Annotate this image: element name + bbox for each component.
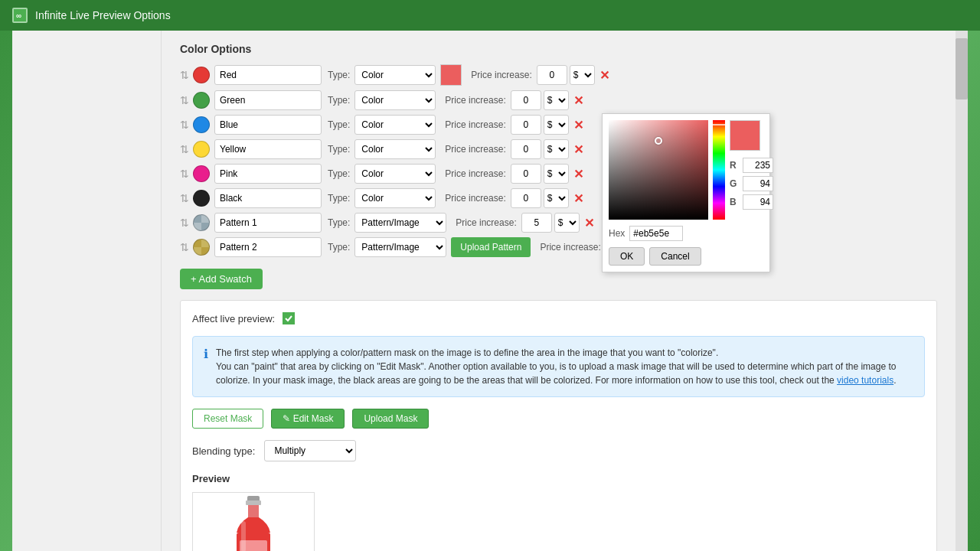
color-name-pattern1[interactable] — [214, 213, 322, 233]
delete-black[interactable]: ✕ — [573, 191, 583, 206]
content-area: Color Options ⇅ Type: Color Pattern/Imag… — [162, 31, 956, 551]
currency-select-blue[interactable]: $% — [544, 115, 569, 135]
drag-handle[interactable]: ⇅ — [180, 143, 189, 155]
color-name-green[interactable] — [214, 90, 322, 110]
delete-red[interactable]: ✕ — [599, 68, 609, 83]
hue-slider[interactable] — [713, 120, 725, 220]
picker-dot[interactable] — [655, 137, 662, 145]
color-name-pattern2[interactable] — [214, 237, 322, 257]
info-text-line1: The first step when applying a color/pat… — [216, 347, 718, 358]
color-name-blue[interactable] — [214, 115, 322, 135]
delete-green[interactable]: ✕ — [573, 93, 583, 108]
color-swatch-yellow[interactable] — [193, 141, 210, 158]
drag-handle[interactable]: ⇅ — [180, 69, 189, 81]
currency-select-red[interactable]: $ % — [570, 65, 595, 85]
color-swatch-blue[interactable] — [193, 116, 210, 133]
type-select-green[interactable]: Color Pattern/Image — [354, 90, 436, 110]
drag-handle[interactable]: ⇅ — [180, 192, 189, 204]
color-row-green: ⇅ Type: Color Pattern/Image Price increa… — [180, 90, 937, 110]
type-label: Type: — [328, 217, 350, 228]
price-input-pattern1[interactable] — [521, 213, 552, 233]
type-label: Type: — [328, 70, 350, 80]
price-input-red[interactable] — [537, 65, 567, 85]
blending-select[interactable]: Multiply Normal Screen Overlay — [264, 440, 356, 461]
color-swatch-pink[interactable] — [193, 165, 210, 182]
color-row-red: ⇅ Type: Color Pattern/Image Price increa… — [180, 64, 937, 86]
price-label-red: Price increase: — [471, 70, 531, 80]
color-preview-red[interactable] — [440, 64, 462, 86]
scrollbar[interactable] — [956, 31, 968, 551]
color-row-pattern2: ⇅ Type: ColorPattern/Image Upload Patter… — [180, 237, 937, 257]
price-input-green[interactable] — [511, 90, 541, 110]
preview-section: Preview — [192, 473, 925, 551]
r-label: R — [730, 160, 739, 171]
picker-ok-button[interactable]: OK — [609, 247, 645, 266]
price-input-blue[interactable] — [511, 115, 541, 135]
color-row-black: ⇅ Type: ColorPattern/Image Price increas… — [180, 188, 937, 208]
drag-handle[interactable]: ⇅ — [180, 168, 189, 180]
type-select-pattern2[interactable]: ColorPattern/Image — [354, 237, 446, 257]
drag-handle[interactable]: ⇅ — [180, 241, 189, 253]
color-swatch-pattern2[interactable] — [193, 239, 210, 256]
b-row: B — [730, 194, 773, 210]
color-swatch-pattern1[interactable] — [193, 214, 210, 231]
type-select-yellow[interactable]: ColorPattern/Image — [354, 139, 436, 159]
r-input[interactable] — [743, 158, 773, 173]
drag-handle[interactable]: ⇅ — [180, 217, 189, 229]
hex-input[interactable] — [629, 226, 683, 241]
price-input-yellow[interactable] — [511, 139, 541, 159]
info-text-line2: You can "paint" that area by clicking on… — [216, 361, 896, 386]
drag-handle[interactable]: ⇅ — [180, 94, 189, 106]
delete-yellow[interactable]: ✕ — [573, 142, 583, 157]
color-swatch-black[interactable] — [193, 190, 210, 207]
affect-preview-checkbox[interactable] — [283, 312, 295, 324]
picker-cancel-button[interactable]: Cancel — [649, 247, 701, 266]
delete-pattern1[interactable]: ✕ — [584, 216, 594, 230]
delete-pink[interactable]: ✕ — [573, 167, 583, 181]
reset-mask-button[interactable]: Reset Mask — [192, 409, 263, 429]
rgb-inputs: R G B — [730, 158, 773, 210]
color-picker-popup: R G B Hex — [602, 113, 770, 272]
type-select-red[interactable]: Color Pattern/Image — [354, 65, 436, 85]
svg-rect-7 — [241, 521, 246, 552]
b-input[interactable] — [743, 194, 773, 210]
color-name-pink[interactable] — [214, 164, 322, 184]
edit-mask-button[interactable]: ✎ Edit Mask — [271, 409, 345, 429]
add-swatch-button[interactable]: + Add Swatch — [180, 269, 263, 289]
currency-select-green[interactable]: $% — [544, 90, 569, 110]
type-label: Type: — [328, 144, 350, 155]
type-select-blue[interactable]: ColorPattern/Image — [354, 115, 436, 135]
app-logo: ∞ — [12, 8, 28, 23]
color-swatch-green[interactable] — [193, 92, 210, 109]
type-label: Type: — [328, 95, 350, 106]
price-label-pattern2: Price increase: — [540, 242, 600, 253]
color-row-yellow: ⇅ Type: ColorPattern/Image Price increas… — [180, 139, 937, 159]
type-select-pink[interactable]: ColorPattern/Image — [354, 164, 436, 184]
preview-image — [192, 492, 315, 551]
g-input[interactable] — [743, 176, 773, 191]
color-name-black[interactable] — [214, 188, 322, 208]
color-name-yellow[interactable] — [214, 139, 322, 159]
color-options-table: ⇅ Type: Color Pattern/Image Price increa… — [180, 64, 937, 257]
r-row: R — [730, 158, 773, 173]
color-name-red[interactable] — [214, 65, 322, 85]
currency-select-black[interactable]: $% — [544, 188, 569, 208]
currency-select-pattern1[interactable]: $% — [554, 213, 580, 233]
upload-pattern-btn[interactable]: Upload Pattern — [451, 237, 531, 257]
currency-select-pink[interactable]: $% — [544, 164, 569, 184]
upload-mask-button[interactable]: Upload Mask — [352, 409, 429, 429]
currency-select-yellow[interactable]: $% — [544, 139, 569, 159]
affect-label: Affect live preview: — [192, 313, 275, 324]
price-label-black: Price increase: — [445, 193, 505, 204]
color-swatch-red[interactable] — [193, 67, 210, 83]
video-tutorials-link[interactable]: video tutorials — [837, 375, 893, 386]
drag-handle[interactable]: ⇅ — [180, 119, 189, 131]
price-input-black[interactable] — [511, 188, 541, 208]
delete-blue[interactable]: ✕ — [573, 118, 583, 132]
scrollbar-thumb[interactable] — [956, 38, 968, 99]
type-select-black[interactable]: ColorPattern/Image — [354, 188, 436, 208]
color-gradient[interactable] — [609, 120, 708, 220]
type-select-pattern1[interactable]: ColorPattern/Image — [354, 213, 446, 233]
price-input-pink[interactable] — [511, 164, 541, 184]
g-row: G — [730, 176, 773, 191]
